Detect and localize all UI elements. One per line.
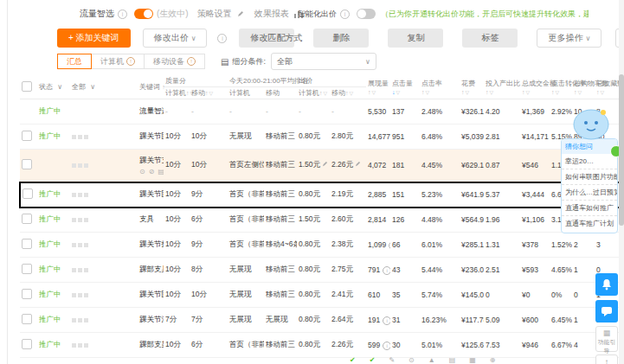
subcol-计算机[interactable]: 计算机↑▽ [297, 87, 330, 99]
pencil-icon[interactable] [322, 161, 328, 167]
sort-up-icon[interactable]: ↑ [522, 89, 525, 95]
report-icon[interactable]: ▤ [158, 168, 164, 176]
row-checkbox[interactable] [22, 239, 32, 249]
bid-mob-cell[interactable]: 2.80元 [330, 125, 366, 150]
bid-mob-cell[interactable]: 2.41元 [330, 283, 366, 308]
bid-pc-cell[interactable]: 0.80元 [297, 233, 330, 258]
filter-funnel-icon[interactable]: ▽ [396, 90, 401, 95]
notification-bell-button[interactable] [595, 273, 618, 296]
col-总收藏数[interactable]: 总收藏数↑▽ [595, 73, 621, 99]
group-avg-rank[interactable]: 今天20:00-21:00平均排名 [228, 73, 297, 87]
bid-mob-cell[interactable]: 2.75元 [330, 258, 366, 283]
report-link[interactable]: 效果报表 [254, 8, 289, 20]
keyword-link[interactable]: 支具 [139, 214, 154, 223]
bid-pc-cell[interactable]: 0.80元 [297, 182, 330, 208]
more-actions-dropdown[interactable]: 更多操作∨ [537, 29, 601, 48]
row-checkbox[interactable] [22, 159, 32, 169]
sort-up-icon[interactable]: ↑ [551, 89, 555, 95]
select-all-checkbox-cell[interactable] [20, 73, 37, 99]
pause-icon[interactable]: ⊙ [139, 168, 149, 176]
filter-funnel-icon[interactable]: ▽ [426, 90, 430, 95]
row-checkbox[interactable] [22, 314, 32, 324]
assistant-mascot-icon[interactable] [572, 107, 610, 140]
col-scope[interactable]: 全部 ∨ [70, 73, 138, 99]
bid-pc-cell[interactable]: 0.80元 [297, 258, 330, 283]
sort-up-icon[interactable]: ↑ [345, 90, 349, 96]
select-all-checkbox[interactable] [22, 81, 32, 92]
subcol-移动[interactable]: 移动 [264, 87, 297, 99]
subcol-计算机[interactable]: 计算机 [228, 87, 264, 99]
chat-button[interactable] [595, 300, 618, 322]
vertical-scrollbar[interactable] [619, 0, 624, 364]
bid-pc-cell[interactable]: 0.80元 [297, 333, 330, 358]
strategy-settings-link[interactable]: 策略设置 [197, 8, 232, 20]
feature-guide-button[interactable]: ▦ 功能引导 [595, 326, 618, 352]
filter-funnel-icon[interactable]: ▽ [601, 90, 605, 95]
bid-mob-cell[interactable]: 2.60元 [330, 208, 366, 233]
sort-up-icon[interactable]: ↑ [186, 90, 190, 96]
bid-pc-cell[interactable]: 0.80元 [297, 308, 330, 333]
keyword-link[interactable]: 踝关节固定器 [139, 131, 164, 140]
col-点击量[interactable]: 点击量↓▽ [390, 73, 420, 99]
col-keyword[interactable]: 关键词 ↑ [138, 73, 164, 99]
bid-pc-cell[interactable]: 1.50元 [297, 150, 330, 182]
sort-up-icon[interactable]: ↑ [421, 89, 425, 95]
bid-pc-cell[interactable]: 1.50元 [297, 208, 330, 233]
keyword-link[interactable]: 踝关节固定 [139, 290, 164, 298]
col-点击转化率[interactable]: 点击转化率↑▽ [550, 73, 572, 99]
bid-pc-cell[interactable]: - [297, 99, 330, 125]
add-keyword-button[interactable]: + 添加关键词 [57, 29, 131, 48]
tab-汇总[interactable]: 汇总 [57, 54, 92, 69]
back-to-top-button[interactable]: ↑ [595, 354, 618, 364]
modify-match-button[interactable]: 修改匹配方式 [239, 29, 294, 48]
bid-mob-cell[interactable]: 2.26元 [330, 333, 366, 358]
col-展现量[interactable]: 展现量↑▽ [366, 73, 390, 99]
subcol-移动[interactable]: 移动↑▽ [190, 87, 228, 99]
copy-button[interactable]: 复制 [388, 29, 443, 48]
sort-up-icon[interactable]: ↑ [461, 89, 465, 95]
group-quality-score[interactable]: 质量分 [164, 73, 228, 87]
sort-up-icon[interactable]: ↑ [574, 89, 577, 95]
bid-pc-cell[interactable]: 0.80元 [297, 283, 330, 308]
info-flag-icon[interactable]: i [383, 342, 390, 350]
delete-button[interactable]: 删除 [313, 29, 369, 48]
help-question[interactable]: 直通车推广计划 [562, 216, 617, 231]
subdivide-select[interactable]: 全部 ∨ [271, 53, 376, 70]
tab-移动设备[interactable]: 移动设备! [144, 54, 205, 69]
bid-mob-cell[interactable]: 2.19元 [330, 182, 366, 208]
col-总购物车数[interactable]: 总购物车数↑▽ [572, 73, 595, 99]
keyword-link[interactable]: 踝部支具 [139, 265, 164, 273]
bid-pc-cell[interactable]: 0.80元 [297, 125, 330, 150]
sort-down-icon[interactable]: ↓ [392, 89, 396, 95]
info-icon[interactable]: i [340, 10, 350, 19]
row-checkbox[interactable] [22, 131, 32, 141]
subcol-计算机[interactable]: 计算机↑▽ [164, 87, 190, 99]
sort-up-icon[interactable]: ↑ [205, 90, 209, 96]
keyword-link[interactable]: 踝关节支具 [139, 156, 164, 164]
sort-up-icon[interactable]: ↑ [596, 89, 600, 95]
keyword-link[interactable]: 流量智选 [139, 106, 164, 115]
filter-funnel-icon[interactable]: ▽ [490, 90, 494, 95]
help-question[interactable]: 幸运20… [562, 154, 617, 169]
help-question[interactable]: 如何串联图片功能 [562, 169, 617, 185]
col-投入产出比[interactable]: 投入产出比↑▽ [484, 73, 520, 99]
filter-funnel-icon[interactable]: ▽ [466, 90, 470, 95]
pencil-icon[interactable] [355, 161, 361, 167]
row-checkbox[interactable] [22, 339, 32, 349]
bid-mob-cell[interactable]: 2.38元 [330, 233, 366, 258]
scrollbar-thumb[interactable] [619, 74, 624, 226]
filter-funnel-icon[interactable]: ▽ [578, 90, 582, 95]
tag-button[interactable]: 标签 [462, 29, 518, 48]
row-checkbox[interactable] [22, 214, 32, 224]
bid-mob-cell[interactable]: 2.64元 [330, 308, 366, 333]
filter-funnel-icon[interactable]: ▽ [324, 91, 328, 96]
info-flag-icon[interactable]: i [383, 316, 390, 325]
info-icon[interactable]: i [217, 34, 227, 43]
sort-up-icon[interactable]: ↑ [319, 90, 323, 96]
row-checkbox[interactable] [22, 264, 32, 274]
row-checkbox[interactable] [23, 188, 33, 199]
row-checkbox[interactable] [22, 289, 32, 299]
tab-计算机[interactable]: 计算机! [91, 54, 145, 69]
subcol-移动[interactable]: 移动↑▽ [330, 87, 366, 99]
col-status[interactable]: 状态 ∨ [37, 73, 70, 99]
